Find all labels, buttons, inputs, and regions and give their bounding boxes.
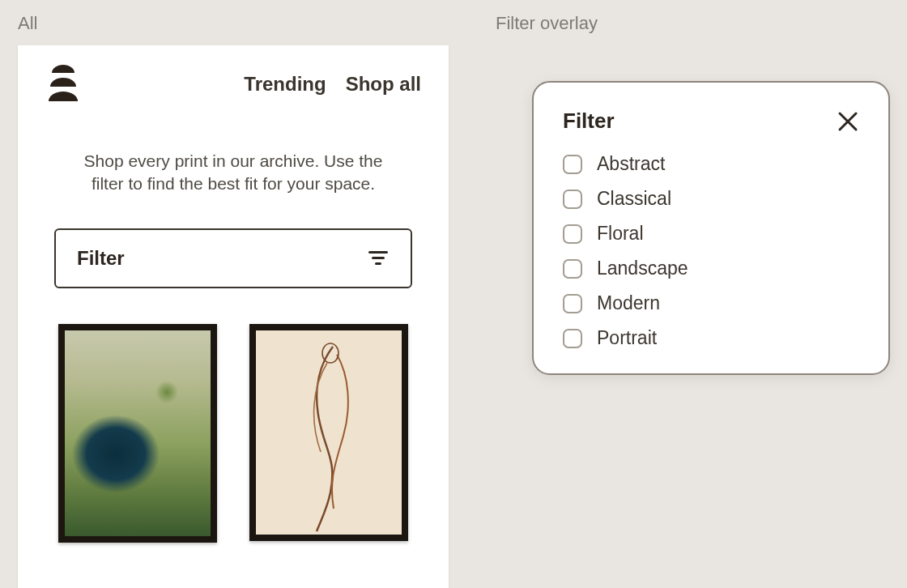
checkbox-icon [563,155,582,174]
svg-point-0 [322,343,339,363]
filter-option-label: Floral [597,223,644,245]
filter-overlay-title: Filter [563,109,615,134]
checkbox-icon [563,294,582,313]
checkbox-icon [563,329,582,348]
filter-option-label: Landscape [597,258,688,279]
product-card[interactable] [249,324,408,543]
checkbox-icon [563,224,582,244]
filter-button-label: Filter [77,247,125,270]
filter-option-modern[interactable]: Modern [563,292,859,314]
filter-option-floral[interactable]: Floral [563,223,859,245]
product-image [58,324,217,543]
product-image [249,324,408,541]
top-nav: Trending Shop all [18,45,449,105]
column-label-filter-overlay: Filter overlay [496,13,598,34]
filter-option-label: Portrait [597,327,657,349]
filter-option-abstract[interactable]: Abstract [563,153,859,175]
checkbox-icon [563,190,582,209]
filter-option-classical[interactable]: Classical [563,188,859,210]
filter-option-landscape[interactable]: Landscape [563,258,859,279]
filter-button[interactable]: Filter [54,228,412,288]
product-card[interactable] [58,324,217,543]
filter-options-list: Abstract Classical Floral Landscape Mode… [563,153,859,349]
product-grid [18,288,449,543]
shop-all-screen: Trending Shop all Shop every print in ou… [18,45,449,588]
filter-option-label: Classical [597,188,671,210]
nav-link-trending[interactable]: Trending [244,73,326,96]
checkbox-icon [563,259,582,279]
filter-overlay: Filter Abstract Classical Floral Landsca… [532,81,890,375]
filter-option-label: Abstract [597,153,665,175]
column-label-all: All [18,13,37,34]
filter-option-portrait[interactable]: Portrait [563,327,859,349]
logo-icon[interactable] [45,63,81,105]
intro-text: Shop every print in our archive. Use the… [66,150,400,196]
nav-link-shop-all[interactable]: Shop all [346,73,421,96]
filter-option-label: Modern [597,292,660,314]
close-icon[interactable] [837,110,859,133]
filter-icon [367,247,390,270]
